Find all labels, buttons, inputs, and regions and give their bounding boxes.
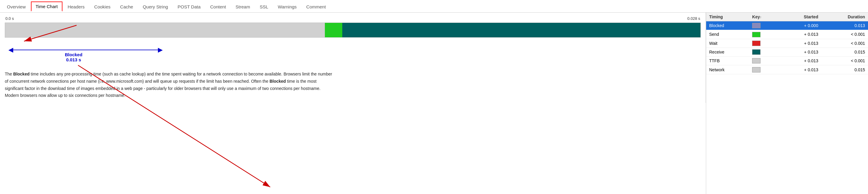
tab-comment[interactable]: Comment [302, 2, 330, 11]
timing-key-swatch [749, 65, 780, 74]
timing-duration: < 0.001 [821, 57, 868, 65]
timing-duration: < 0.001 [821, 39, 868, 48]
time-start: 0.0 s [5, 16, 14, 21]
desc-part1: The [5, 72, 13, 76]
col-duration: Duration [821, 12, 868, 21]
timing-duration: 0.015 [821, 65, 868, 74]
arrow-right-icon [158, 48, 163, 53]
red-arrow-svg [0, 12, 451, 194]
arrow-line [11, 50, 161, 50]
desc-bold1: Blocked [13, 72, 29, 76]
col-timing: Timing [706, 12, 749, 21]
timing-duration: 0.015 [821, 48, 868, 56]
tab-warnings[interactable]: Warnings [273, 2, 301, 11]
bar-send [325, 23, 342, 37]
table-row[interactable]: Send+ 0.013< 0.001 [706, 30, 868, 39]
timing-key-swatch [749, 48, 780, 56]
time-end: 0.028 s [687, 16, 700, 21]
timing-started: + 0.013 [780, 30, 821, 39]
timing-started: + 0.013 [780, 48, 821, 56]
table-row[interactable]: Wait+ 0.013< 0.001 [706, 39, 868, 48]
timing-name: Receive [706, 48, 749, 56]
tab-content[interactable]: Content [206, 2, 230, 11]
tab-bar: Overview Time Chart Headers Cookies Cach… [0, 0, 868, 12]
desc-bold2: Blocked [270, 79, 286, 84]
tab-querystring[interactable]: Query String [138, 2, 172, 11]
table-row[interactable]: Receive+ 0.0130.015 [706, 48, 868, 56]
timing-name: Network [706, 65, 749, 74]
blocked-label-text: Blocked [65, 52, 82, 57]
tab-cache[interactable]: Cache [116, 2, 137, 11]
table-row[interactable]: Blocked+ 0.0000.013 [706, 21, 868, 30]
table-header-row: Timing Key↑ Started Duration [706, 12, 868, 21]
table-row[interactable]: TTFB+ 0.013< 0.001 [706, 57, 868, 65]
right-panel: Timing Key↑ Started Duration Blocked+ 0.… [706, 12, 868, 194]
tab-overview[interactable]: Overview [2, 2, 30, 11]
tab-ssl[interactable]: SSL [255, 2, 273, 11]
timing-started: + 0.013 [780, 57, 821, 65]
timing-key-swatch [749, 30, 780, 39]
col-started: Started [780, 12, 821, 21]
timing-name: Blocked [706, 21, 749, 30]
time-ruler: 0.0 s 0.028 s [5, 16, 701, 21]
timing-started: + 0.013 [780, 65, 821, 74]
main-content: 0.0 s 0.028 s Blocked 0.013 s [0, 12, 868, 194]
col-key: Key↑ [749, 12, 780, 21]
left-panel-wrapper: 0.0 s 0.028 s Blocked 0.013 s [0, 12, 706, 194]
tab-timechart[interactable]: Time Chart [31, 1, 63, 11]
timing-key-swatch [749, 21, 780, 30]
timing-duration: < 0.001 [821, 30, 868, 39]
timing-table: Timing Key↑ Started Duration Blocked+ 0.… [706, 12, 868, 74]
timing-name: TTFB [706, 57, 749, 65]
timing-key-swatch [749, 57, 780, 65]
annotation-area: Blocked 0.013 s [5, 44, 701, 68]
blocked-value-text: 0.013 s [65, 57, 82, 62]
tab-cookies[interactable]: Cookies [90, 2, 115, 11]
timing-key-swatch [749, 39, 780, 48]
timing-started: + 0.000 [780, 21, 821, 30]
blocked-annotation: Blocked 0.013 s [65, 52, 82, 62]
bar-blocked [5, 23, 325, 37]
description-text: The Blocked time includes any pre-proces… [5, 71, 335, 99]
timing-name: Send [706, 30, 749, 39]
bar-receive [342, 23, 701, 37]
timing-duration: 0.013 [821, 21, 868, 30]
timing-started: + 0.013 [780, 39, 821, 48]
table-row[interactable]: Network+ 0.0130.015 [706, 65, 868, 74]
timing-name: Wait [706, 39, 749, 48]
tab-headers[interactable]: Headers [63, 2, 89, 11]
tab-stream[interactable]: Stream [231, 2, 255, 11]
chart-area [5, 23, 701, 37]
arrow-left-icon [8, 48, 13, 53]
left-panel: 0.0 s 0.028 s Blocked 0.013 s [0, 12, 706, 103]
tab-postdata[interactable]: POST Data [173, 2, 205, 11]
